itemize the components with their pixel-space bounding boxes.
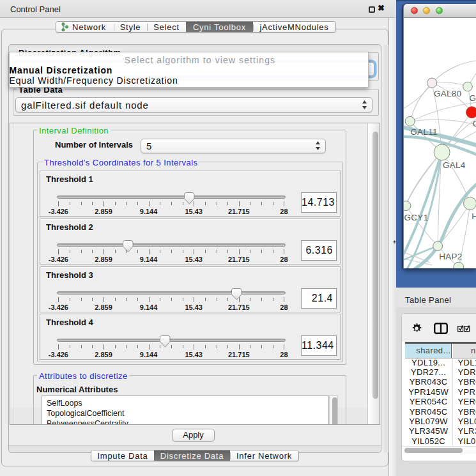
svg-text:C: C [473,119,476,128]
svg-text:HAP2: HAP2 [439,252,462,261]
svg-text:GA: GA [469,93,476,103]
svg-text:GAL80: GAL80 [434,89,462,98]
svg-text:GAL11: GAL11 [410,127,438,137]
svg-text:GAL4: GAL4 [443,160,466,170]
svg-text:GCY1: GCY1 [404,213,429,222]
svg-text:H: H [472,211,476,221]
